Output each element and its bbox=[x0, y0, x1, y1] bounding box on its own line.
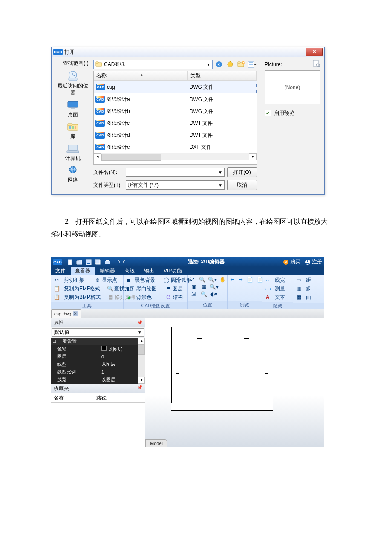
preview-box: (None) bbox=[265, 70, 320, 104]
dialog-titlebar: CAD 打开 ✕ bbox=[52, 47, 324, 57]
favorites-header[interactable]: 收藏夹 📌 bbox=[51, 384, 145, 393]
nav-computer[interactable]: 计算机 bbox=[56, 144, 90, 162]
redo-icon[interactable] bbox=[123, 259, 130, 266]
properties-table[interactable]: ⊟一般设置 色彩以图层图层0线型以图层线型比例1线宽以图层 bbox=[51, 338, 138, 384]
svg-rect-16 bbox=[238, 62, 240, 63]
menu-tab[interactable]: 编辑器 bbox=[95, 267, 119, 275]
svg-point-33 bbox=[307, 260, 308, 262]
menu-tab[interactable]: 文件 bbox=[51, 267, 70, 275]
save-icon[interactable] bbox=[85, 259, 92, 266]
property-row[interactable]: 色彩以图层 bbox=[51, 345, 138, 353]
enable-preview-checkbox[interactable]: ✔ 启用预览 bbox=[265, 110, 320, 117]
up-icon[interactable] bbox=[225, 60, 235, 69]
app-title: 迅捷CAD编辑器 bbox=[130, 258, 283, 266]
nav-recent[interactable]: 最近访问的位置 bbox=[56, 70, 90, 97]
folder-icon bbox=[95, 61, 102, 67]
filetype-label: 文件类型(T): bbox=[93, 182, 123, 189]
sort-asc-icon: ▴ bbox=[141, 72, 143, 77]
register-button[interactable]: 注册 bbox=[305, 258, 322, 266]
drawing-canvas[interactable]: Model bbox=[145, 318, 324, 447]
lookin-label: 查找范围(I): bbox=[56, 60, 90, 67]
new-folder-icon[interactable]: ★ bbox=[236, 60, 246, 69]
cmd-clip-frame[interactable]: ✂剪切框架 ⊕显示点 bbox=[54, 277, 121, 284]
properties-header[interactable]: 属性 📌 bbox=[51, 318, 145, 327]
model-tab[interactable]: Model bbox=[145, 439, 167, 447]
file-row[interactable]: CAD图纸设计dDWT 文件 bbox=[94, 129, 257, 141]
svg-rect-2 bbox=[68, 101, 78, 107]
svg-rect-1 bbox=[69, 78, 77, 81]
ribbon: ✂剪切框架 ⊕显示点 📋复制为EMF格式 🔍查找文字 📋复制为BMP格式 ▦修剪… bbox=[51, 275, 324, 309]
document-tab[interactable]: csg.dwg ✕ bbox=[51, 309, 81, 318]
file-list[interactable]: 名称▴ 类型 CADcsgDWG 文件CAD图纸设计aDWG 文件CAD图纸设计… bbox=[93, 71, 257, 165]
places-bar: 查找范围(I): 最近访问的位置 桌面 库 计算机 bbox=[56, 60, 90, 190]
undo-icon[interactable] bbox=[113, 259, 120, 266]
cmd-copy-bmp[interactable]: 📋复制为BMP格式 ▦修剪光栅 bbox=[54, 294, 121, 301]
svg-rect-6 bbox=[69, 126, 71, 129]
cmd-copy-emf[interactable]: 📋复制为EMF格式 🔍查找文字 bbox=[54, 285, 121, 292]
file-row[interactable]: CAD图纸设计eDXF 文件 bbox=[94, 141, 257, 153]
svg-rect-5 bbox=[68, 124, 72, 125]
open-dialog: CAD 打开 ✕ 查找范围(I): 最近访问的位置 桌面 库 bbox=[51, 47, 325, 195]
svg-rect-10 bbox=[67, 151, 79, 153]
menu-tab[interactable]: VIP功能 bbox=[159, 267, 186, 275]
svg-rect-7 bbox=[72, 126, 74, 129]
file-row[interactable]: CAD图纸设计cDWT 文件 bbox=[94, 117, 257, 129]
menubar[interactable]: 文件查看器编辑器高级输出VIP功能 bbox=[51, 267, 324, 275]
svg-rect-8 bbox=[75, 126, 76, 129]
open-button[interactable]: 打开(O) bbox=[227, 167, 257, 177]
menu-tab[interactable]: 查看器 bbox=[71, 267, 95, 275]
print-icon[interactable] bbox=[104, 259, 111, 266]
app-icon: CAD bbox=[53, 49, 63, 55]
favorites-columns: 名称 路径 bbox=[51, 393, 145, 403]
property-row[interactable]: 线型比例1 bbox=[51, 368, 138, 376]
chevron-down-icon: ▼ bbox=[206, 62, 210, 67]
file-row[interactable]: CADcsgDWG 文件 bbox=[94, 81, 257, 93]
file-row[interactable]: CAD图纸设计aDWG 文件 bbox=[94, 93, 257, 105]
filename-label: 文件名(N): bbox=[93, 169, 123, 176]
body-paragraph: 2．打开图纸文件后，可以在绘图区域看到初始视图的图纸内容，在绘图区可以直接放大缩… bbox=[51, 215, 332, 241]
pin-icon[interactable]: 📌 bbox=[137, 385, 142, 392]
menu-tab[interactable]: 高级 bbox=[120, 267, 139, 275]
editor-titlebar: CAD 迅捷CAD编辑器 ¥ 购买 注册 bbox=[51, 257, 324, 267]
print-preview-icon[interactable] bbox=[312, 60, 320, 69]
ribbon-group-hide: ↔线宽 ⟷测量 A文本 隐藏 bbox=[262, 275, 293, 309]
file-list-header[interactable]: 名称▴ 类型 bbox=[94, 71, 257, 81]
property-row[interactable]: 线型以图层 bbox=[51, 361, 138, 368]
svg-rect-28 bbox=[105, 261, 110, 264]
new-icon[interactable] bbox=[66, 259, 73, 266]
filetype-field[interactable]: 所有文件 (*.*) ▼ bbox=[126, 180, 225, 190]
nav-desktop[interactable]: 桌面 bbox=[56, 100, 90, 119]
nav-network[interactable]: 网络 bbox=[56, 165, 90, 184]
properties-section[interactable]: ⊟一般设置 bbox=[51, 338, 138, 345]
nav-library[interactable]: 库 bbox=[56, 122, 90, 140]
svg-rect-13 bbox=[96, 62, 98, 63]
view-menu-icon[interactable] bbox=[248, 60, 257, 69]
svg-line-22 bbox=[319, 66, 320, 67]
editor-window: CAD 迅捷CAD编辑器 ¥ 购买 注册 文件 bbox=[51, 257, 324, 447]
app-icon: CAD bbox=[53, 259, 62, 265]
document-tabbar[interactable]: csg.dwg ✕ bbox=[51, 309, 324, 318]
folder-combo[interactable]: CAD图纸 ▼ bbox=[93, 60, 213, 69]
buy-button[interactable]: ¥ 购买 bbox=[283, 258, 300, 266]
ribbon-group-browse: ⬅➡📄📄 浏览 bbox=[228, 275, 262, 309]
property-row[interactable]: 图层0 bbox=[51, 353, 138, 361]
open-icon[interactable] bbox=[76, 259, 83, 266]
close-tab-icon[interactable]: ✕ bbox=[73, 311, 78, 316]
chevron-down-icon: ▼ bbox=[218, 183, 222, 188]
horizontal-scrollbar[interactable]: ◂▸ bbox=[94, 153, 257, 160]
file-row[interactable]: CAD图纸设计bDWG 文件 bbox=[94, 105, 257, 117]
vertical-scrollbar[interactable]: ▴▾ bbox=[138, 338, 145, 384]
back-icon[interactable] bbox=[214, 60, 224, 69]
property-row[interactable]: 线宽以图层 bbox=[51, 376, 138, 384]
favorites-body[interactable] bbox=[51, 403, 145, 447]
pin-icon[interactable]: 📌 bbox=[137, 320, 142, 325]
left-panel: 属性 📌 默认值 ▼ ⊟一般设置 色彩以图层图层0线型以图层线型比例1线宽以图层… bbox=[51, 318, 145, 447]
properties-filter[interactable]: 默认值 ▼ bbox=[52, 328, 144, 337]
ribbon-group-tools: ✂剪切框架 ⊕显示点 📋复制为EMF格式 🔍查找文字 📋复制为BMP格式 ▦修剪… bbox=[51, 275, 124, 309]
close-icon[interactable]: ✕ bbox=[306, 48, 323, 56]
saveas-icon[interactable] bbox=[95, 259, 101, 266]
filename-field[interactable]: ▼ bbox=[126, 168, 225, 177]
dialog-title: 打开 bbox=[64, 49, 306, 56]
menu-tab[interactable]: 输出 bbox=[140, 267, 159, 275]
cancel-button[interactable]: 取消 bbox=[227, 180, 257, 190]
